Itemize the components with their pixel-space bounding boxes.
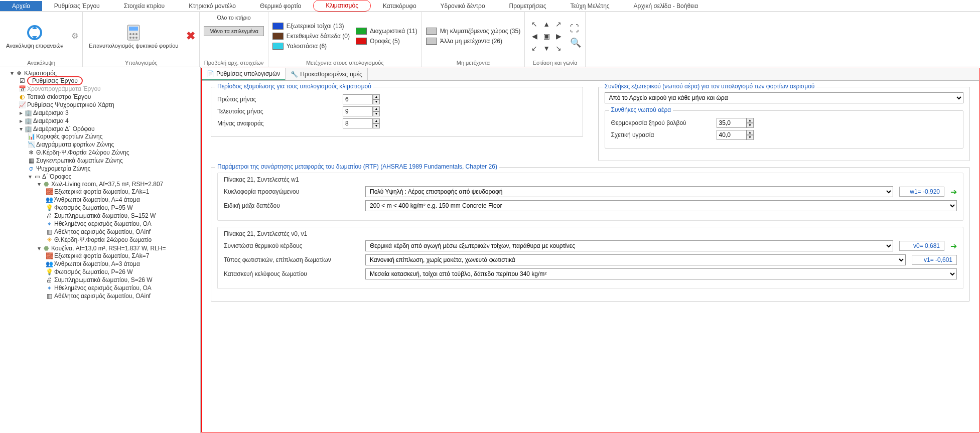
tree-schedules[interactable]: 📅Χρονοπρογράμματα Έργου [18, 85, 200, 93]
tree-r1-supp[interactable]: 🖨Συμπληρωματικά δωματίου, S=152 W [45, 212, 200, 220]
menu-heating[interactable]: Θερμικό φορτίο [248, 1, 313, 11]
tree-shading[interactable]: ◐Τοπικά σκίαστρα Έργου [18, 93, 200, 101]
refresh-icon [26, 24, 44, 42]
zoom-extents-icon[interactable]: ⛶ [570, 24, 581, 34]
menu-file[interactable]: Αρχείο [0, 1, 42, 11]
legend-glazing[interactable]: Υαλοστάσια (6) [272, 43, 350, 50]
magnifier-icon[interactable]: 🔍 [570, 37, 581, 48]
table-icon: ▦ [27, 157, 35, 164]
tree-room-living[interactable]: ▾⬣Χωλ-Living room, Af=37,5 m², RSH=2.807… [36, 180, 200, 244]
arrow-se-icon[interactable]: ↘ [555, 44, 562, 52]
legend-other[interactable]: Άλλα μη μετέχοντα (26) [426, 38, 520, 45]
apply-arrow-icon[interactable]: ➔ [950, 241, 957, 251]
arrow-nw-icon[interactable]: ↖ [531, 20, 537, 28]
legend-unconditioned[interactable]: Μη κλιματιζόμενος χώρος (35) [426, 28, 520, 35]
tree-zone-psychro[interactable]: σΨυχρομετρία Ζώνης [27, 165, 200, 173]
menu-reports[interactable]: Τεύχη Μελέτης [558, 1, 621, 11]
menu-vertical[interactable]: Κατακόρυφο [371, 1, 429, 11]
tree-floorD[interactable]: ▾▭Δ΄ Όροφος ▾⬣Χωλ-Living room, Af=37,5 m… [27, 173, 200, 301]
legend-partitions[interactable]: Διαχωριστικά (11) [356, 28, 417, 35]
arrow-w-icon[interactable]: ◀ [532, 32, 537, 40]
floor-mass-combo[interactable]: 200 < m < 400 kg/m² e.g. 150 mm Concrete… [365, 200, 957, 211]
tree-zone-peaks[interactable]: 📊Κορυφές φορτίων Ζώνης [27, 132, 200, 140]
tree-zone-charts[interactable]: 📉Διαγράμματα φορτίων Ζώνης [27, 140, 200, 149]
tree-aptD[interactable]: ▾🏢Διαμέρισμα Δ΄ Ορόφου 📊Κορυφές φορτίων … [18, 125, 200, 302]
view-selected-button[interactable]: Μόνο τα επιλεγμένα [204, 26, 264, 36]
tab-calc-settings[interactable]: 📄Ρυθμίσεις υπολογισμών [202, 68, 286, 80]
spin-down[interactable]: ▼ [747, 123, 754, 128]
tree-r1-24h[interactable]: ☀Θ.Κέρδη-Ψ.Φορτία 24ώρου δωματίο [45, 236, 200, 244]
weather-source-combo[interactable]: Από το Αρχείο καιρού για κάθε μήνα και ώ… [605, 92, 964, 103]
first-month-input[interactable] [343, 94, 373, 104]
printer-icon: 🖨 [45, 276, 53, 283]
tree-room-kitchen[interactable]: ▾⬣Κουζίνα, Af=13,0 m², RSH=1.837 W, RLH=… [36, 244, 200, 301]
zoom-center-icon[interactable]: ▣ [543, 32, 550, 40]
arrow-ne-icon[interactable]: ↗ [555, 20, 562, 28]
lighting-type-combo[interactable]: Κανονική επίπλωση, χωρίς μοκέτα, χωνευτά… [365, 254, 906, 265]
tree-r1-people[interactable]: 👥Άνθρωποι δωματίου, Α=4 άτομα [45, 196, 200, 204]
tree-r2-light[interactable]: 💡Φωτισμός δωματίου, P=26 W [45, 268, 200, 276]
gear-icon[interactable]: ⚙ [71, 31, 78, 41]
spin-up[interactable]: ▲ [747, 118, 754, 123]
tree-root[interactable]: ▾❄Κλιματισμός ☑Ρυθμίσεις Έργου 📅Χρονοπρο… [9, 69, 200, 302]
bulb-icon: 💡 [45, 204, 53, 211]
menu-help[interactable]: Αρχική σελίδα - Βοήθεια [622, 1, 710, 11]
tree-project-settings[interactable]: ☑Ρυθμίσεις Έργου [18, 77, 200, 85]
spin-down[interactable]: ▼ [373, 123, 380, 128]
spin-up[interactable]: ▲ [373, 118, 380, 123]
tree-r1-ext[interactable]: 🧱Εξωτερικά φορτία δωματίου, ΣAk=1 [45, 188, 200, 196]
first-month-label: Πρώτος μήνας [217, 96, 338, 103]
tree-r2-supp[interactable]: 🖨Συμπληρωματικά δωματίου, S=26 W [45, 276, 200, 284]
spin-down[interactable]: ▼ [373, 99, 380, 104]
people-icon: 👥 [45, 260, 53, 267]
delete-icon[interactable]: ✖ [186, 30, 195, 43]
legend-roofs[interactable]: Οροφές (5) [356, 38, 417, 45]
tree-zone-24h[interactable]: ❄Θ.Κέρδη-Ψ.Φορτία 24ώρου Ζώνης [27, 149, 200, 157]
spin-down[interactable]: ▼ [373, 111, 380, 116]
arrow-s-icon[interactable]: ▼ [543, 44, 550, 52]
envelope-combo[interactable]: Μεσαία κατασκευή, τοίχοι από τούβλο, δάπ… [365, 268, 957, 279]
last-month-input[interactable] [343, 106, 373, 116]
tree-apt3[interactable]: ▸🏢Διαμέρισμα 3 [18, 109, 200, 117]
tree-r2-inf[interactable]: ▥Αθέλητος αερισμός δωματίου, OAinf [45, 292, 200, 300]
tree-panel[interactable]: ▾❄Κλιματισμός ☑Ρυθμίσεις Έργου 📅Χρονοπρο… [0, 67, 201, 433]
menu-hydronic[interactable]: Υδρονικό δέντρο [429, 1, 497, 11]
recalc-button[interactable]: Επανυπολογισμός ψυκτικού φορτίου [87, 23, 180, 50]
room-icon: ⬣ [42, 181, 50, 188]
tree-r1-inf[interactable]: ▥Αθέλητος αερισμός δωματίου, OAinf [45, 228, 200, 236]
legend-ext-walls[interactable]: Εξωτερικοί τοίχοι (13) [272, 23, 350, 30]
ref-month-input[interactable] [343, 118, 373, 128]
arrow-e-icon[interactable]: ▶ [556, 32, 562, 40]
tree-r1-light[interactable]: 💡Φωτισμός δωματίου, P=95 W [45, 204, 200, 212]
tree-r1-vent[interactable]: ⌖Ηθελημένος αερισμός δωματίου, OA [45, 220, 200, 228]
tree-apt4[interactable]: ▸🏢Διαμέρισμα 4 [18, 117, 200, 125]
menu-project[interactable]: Ρυθμίσεις Έργου [42, 1, 112, 11]
tree-zone-summary[interactable]: ▦Συγκεντρωτικά δωματίων Ζώνης [27, 157, 200, 165]
drybulb-label: Θερμοκρασία ξηρού βολβού [611, 119, 712, 126]
apply-arrow-icon[interactable]: ➔ [950, 187, 957, 197]
tab-defaults[interactable]: 🔧Προκαθορισμένες τιμές [286, 68, 367, 80]
spin-up[interactable]: ▲ [747, 130, 754, 135]
arrow-sw-icon[interactable]: ↙ [531, 44, 537, 52]
menu-quantities[interactable]: Προμετρήσεις [497, 1, 558, 11]
legend-floors[interactable]: Εκτεθειμένα δάπεδα (0) [272, 33, 350, 40]
menu-building[interactable]: Στοιχεία κτιρίου [112, 1, 177, 11]
tree-r2-vent[interactable]: ⌖Ηθελημένος αερισμός δωματίου, OA [45, 284, 200, 292]
main-area: ▾❄Κλιματισμός ☑Ρυθμίσεις Έργου 📅Χρονοπρο… [0, 67, 980, 433]
tree-r2-ext[interactable]: 🧱Εξωτερικά φορτία δωματίου, ΣAk=7 [45, 252, 200, 260]
relhum-input[interactable] [717, 130, 747, 140]
discover-surfaces-button[interactable]: Ανακάλυψη επιφανειών [4, 23, 65, 50]
menu-model[interactable]: Κτηριακό μοντέλο [177, 1, 248, 11]
spin-up[interactable]: ▲ [373, 106, 380, 111]
zoom-pad[interactable]: ↖▲↗ ◀▣▶ ↙▼↘ [529, 19, 564, 54]
spin-up[interactable]: ▲ [373, 94, 380, 99]
spin-down[interactable]: ▼ [747, 135, 754, 140]
menu-cooling[interactable]: Κλιματισμός [313, 0, 371, 12]
gain-component-combo[interactable]: Θερμικά κέρδη από αγωγή μέσω εξωτερικών … [365, 240, 893, 251]
arrow-n-icon[interactable]: ▲ [543, 20, 550, 28]
drybulb-input[interactable] [717, 118, 747, 128]
supply-circ-combo[interactable]: Πολύ Υψηλή : Αέρας επιστροφής από ψευδορ… [365, 186, 893, 197]
tree-psychro[interactable]: 📈Ρυθμίσεις Ψυχρομετρικού Χάρτη [18, 101, 200, 109]
view-all-button[interactable]: Όλο το κτήριο [212, 13, 256, 22]
tree-r2-people[interactable]: 👥Άνθρωποι δωματίου, Α=3 άτομα [45, 260, 200, 268]
